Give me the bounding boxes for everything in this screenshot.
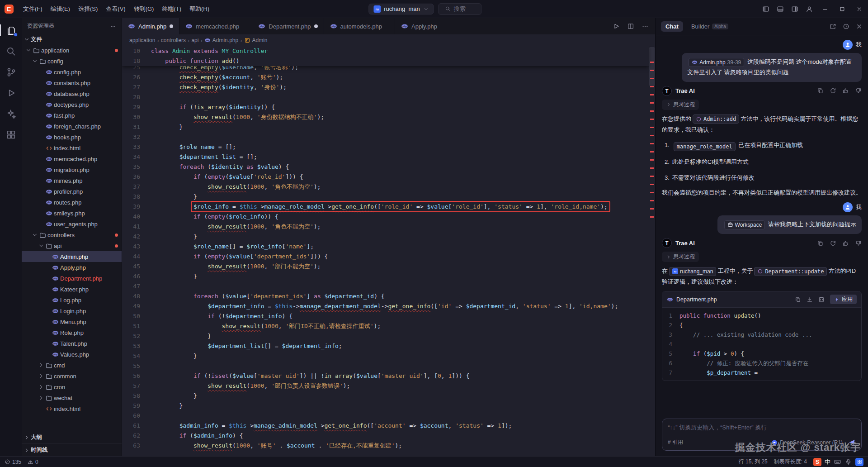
editor-tab[interactable]: phpAdmin.php — [122, 18, 179, 34]
tree-item[interactable]: config — [22, 56, 122, 67]
tree-item[interactable]: common — [22, 371, 122, 381]
line-number[interactable]: 29 — [122, 102, 151, 112]
tree-item[interactable]: phpmemcached.php — [22, 153, 122, 164]
code-line[interactable]: 55 — [122, 361, 649, 371]
line-content[interactable]: show_result(1000, '部门不能为空'); — [151, 262, 649, 272]
line-content[interactable] — [151, 132, 649, 142]
tree-item[interactable]: phpLogin.php — [22, 305, 122, 316]
tab-chat[interactable]: Chat — [661, 21, 683, 32]
breadcrumb-item[interactable]: phpAdmin.php — [204, 37, 238, 43]
app-logo-icon[interactable] — [5, 5, 14, 14]
minimize-button[interactable] — [816, 0, 834, 18]
line-number[interactable]: 38 — [122, 192, 151, 202]
dislike-button[interactable] — [855, 240, 862, 247]
tree-item[interactable]: application — [22, 45, 122, 56]
code-line[interactable]: 59 } — [122, 401, 649, 411]
problems-warnings[interactable]: 0 — [28, 459, 38, 465]
code-line[interactable]: 63 show_result(1000, '账号' . $account . '… — [122, 441, 649, 451]
tab-size-indicator[interactable]: 制表符长度: 4 — [774, 458, 807, 466]
editor-tab[interactable]: phpApply.php — [395, 18, 450, 34]
code-line[interactable]: 52 } — [122, 331, 649, 341]
code-line[interactable]: 41 show_result(1000, '角色不能为空'); — [122, 222, 649, 232]
line-number[interactable]: 54 — [122, 351, 151, 361]
line-number[interactable]: 30 — [122, 112, 151, 122]
open-chat-in-editor-button[interactable] — [830, 23, 836, 30]
scrollbar-thumb[interactable] — [649, 47, 655, 86]
like-button[interactable] — [842, 240, 849, 247]
tree-item[interactable]: controllers — [22, 229, 122, 240]
activity-item-ai-assistant[interactable] — [0, 104, 22, 123]
line-number[interactable]: 51 — [122, 321, 151, 331]
create-file-button[interactable] — [818, 296, 825, 303]
code-line[interactable]: 49 $department_info = $this->manage_depa… — [122, 301, 649, 311]
code-line[interactable]: 39 $role_info = $this->manage_role_model… — [122, 202, 649, 212]
line-number[interactable]: 35 — [122, 162, 151, 172]
regenerate-button[interactable] — [830, 87, 836, 94]
code-line[interactable]: 30 show_result(1000, '身份数据结构不正确'); — [122, 112, 649, 122]
more-actions-icon[interactable] — [110, 23, 116, 29]
tree-item[interactable]: phpmigration.php — [22, 164, 122, 175]
code-line[interactable]: 53 $department_list[] = $department_info… — [122, 341, 649, 351]
line-number[interactable]: 27 — [122, 82, 151, 92]
method-chip[interactable]: Department::update — [754, 267, 827, 276]
line-number[interactable]: 44 — [122, 252, 151, 262]
code-line[interactable]: 46 } — [122, 272, 649, 281]
php-chip[interactable]: phpAdmin.php39-39 — [689, 58, 744, 67]
tree-item[interactable]: cmd — [22, 360, 122, 371]
code-line[interactable]: 40 if (empty($role_info)) { — [122, 212, 649, 222]
line-content[interactable]: foreach ($identity as $value) { — [151, 162, 649, 172]
code-line[interactable]: 28 — [122, 92, 649, 102]
line-number[interactable]: 61 — [122, 421, 151, 431]
line-content[interactable]: $admin_info = $this->manage_admin_model-… — [151, 421, 649, 431]
reference-button[interactable]: # 引用 — [668, 438, 683, 446]
line-number[interactable]: 42 — [122, 232, 151, 242]
menu-item[interactable]: 编辑(E) — [47, 3, 74, 15]
line-content[interactable] — [151, 92, 649, 102]
code-line[interactable]: 43 $role_name[] = $role_info['name']; — [122, 242, 649, 252]
code-line[interactable]: 60 — [122, 411, 649, 421]
line-content[interactable]: } — [151, 232, 649, 242]
line-content[interactable]: $department_list[] = $department_info; — [151, 341, 649, 351]
line-number[interactable]: 10 — [122, 46, 151, 56]
tree-item[interactable]: phpconfig.php — [22, 67, 122, 77]
line-number[interactable]: 49 — [122, 301, 151, 311]
tree-item[interactable]: phpMenu.php — [22, 316, 122, 327]
code-line[interactable]: 35 foreach ($identity as $value) { — [122, 162, 649, 172]
line-content[interactable]: check_empty($account, '账号'); — [151, 72, 649, 82]
editor-tab[interactable]: phpmemcached.php — [179, 18, 252, 34]
code-line[interactable]: 48 foreach ($value['department_ids'] as … — [122, 291, 649, 301]
line-content[interactable]: if (empty($value['department_ids'])) { — [151, 252, 649, 262]
code-line[interactable]: 54 } — [122, 351, 649, 361]
line-content[interactable]: } — [151, 331, 649, 341]
overview-ruler[interactable] — [649, 46, 655, 456]
line-content[interactable]: $department_info = $this->manage_departm… — [151, 301, 649, 311]
line-content[interactable]: foreach ($value['department_ids'] as $de… — [151, 291, 649, 301]
keyboard-icon[interactable] — [834, 458, 841, 466]
tree-item[interactable]: phpApply.php — [22, 262, 122, 273]
editor-tab[interactable]: phpautomodels.php — [324, 18, 396, 34]
tree-item[interactable]: api — [22, 240, 122, 251]
model-selector[interactable]: DeepSeek-Reasoner (R1) — [771, 439, 843, 446]
tree-item[interactable]: cron — [22, 381, 122, 392]
maximize-button[interactable] — [834, 0, 851, 18]
line-content[interactable]: show_result(1000, '角色不能为空'); — [151, 182, 649, 192]
toggle-left-sidebar-button[interactable] — [759, 2, 773, 16]
line-content[interactable]: if (empty($role_info)) { — [151, 212, 649, 222]
activity-item-source-control[interactable] — [0, 62, 22, 81]
tree-item[interactable]: phpprofiler.php — [22, 186, 122, 197]
run-button[interactable] — [610, 19, 623, 33]
breadcrumb-item[interactable]: application — [129, 37, 155, 43]
line-number[interactable]: 59 — [122, 401, 151, 411]
tree-item[interactable]: phpfast.php — [22, 110, 122, 121]
thinking-toggle[interactable]: 思考过程 — [662, 100, 699, 110]
line-number[interactable]: 48 — [122, 291, 151, 301]
code-line[interactable]: 29 if (!is_array($identity)) { — [122, 102, 649, 112]
code-line[interactable]: 36 if (empty($value['role_id'])) { — [122, 172, 649, 182]
tree-item[interactable]: phpTalent.php — [22, 338, 122, 349]
chat-input-box[interactable]: “↑↓” 切换历史输入，“Shift+Enter” 换行 # 引用 DeepSe… — [662, 419, 862, 451]
line-content[interactable]: if ($admin_info) { — [151, 431, 649, 441]
code-line[interactable]: 56 if (!isset($value['master_uid']) || !… — [122, 371, 649, 381]
line-content[interactable]: $role_info = $this->manage_role_model->g… — [151, 202, 649, 212]
project-selector[interactable]: ru ruchang_man — [368, 4, 434, 14]
code-line[interactable]: 45 show_result(1000, '部门不能为空'); — [122, 262, 649, 272]
